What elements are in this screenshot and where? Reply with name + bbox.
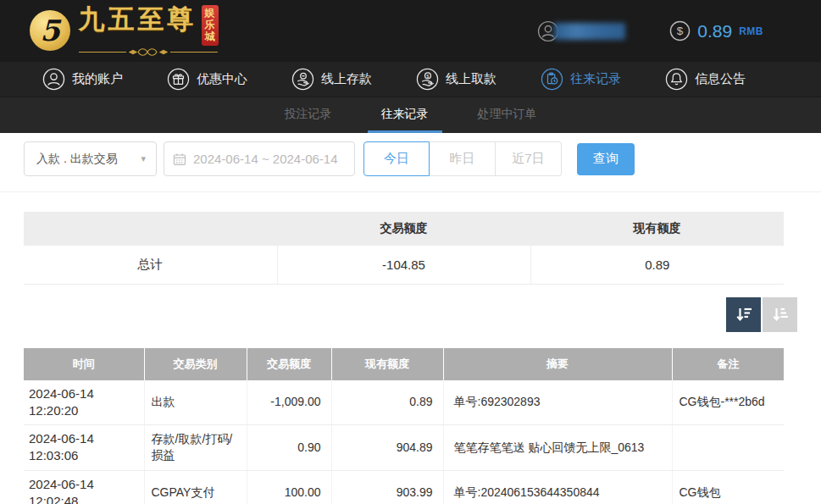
date-range-input[interactable]: 2024-06-14 ~ 2024-06-14: [164, 141, 355, 176]
flourish-ornament-icon: [77, 47, 219, 57]
cell-type: CGPAY支付: [144, 470, 247, 504]
logo-monogram-icon: 5: [30, 10, 70, 51]
tab-pending-orders[interactable]: 处理中订单: [464, 97, 551, 133]
yesterday-button[interactable]: 昨日: [430, 141, 496, 176]
nav-label: 线上存款: [321, 71, 372, 87]
cell-current-balance: 904.89: [331, 425, 443, 471]
records-table: 时间 交易类别 交易额度 现有额度 摘要 备注 2024-06-14 12:20…: [24, 348, 784, 504]
withdraw-icon: $: [416, 68, 439, 91]
account-icon: [42, 68, 65, 91]
col-header-time: 时间: [24, 348, 144, 380]
balance-amount: 0.89: [697, 21, 732, 42]
nav-item-promotions[interactable]: 优惠中心: [145, 62, 269, 97]
col-header-transaction-amount: 交易额度: [247, 348, 331, 380]
cell-current-balance: 903.99: [331, 470, 443, 504]
deposit-icon: [291, 68, 314, 91]
col-header-summary: 摘要: [443, 348, 672, 380]
tab-transaction-records[interactable]: 往来记录: [368, 97, 442, 133]
col-header-remark: 备注: [672, 348, 784, 380]
section-divider: [0, 191, 821, 192]
cell-current-balance: 0.89: [331, 380, 443, 425]
cell-type: 存款/取款/打码/损益: [144, 425, 247, 471]
quick-date-buttons: 今日 昨日 近7日: [363, 141, 562, 176]
records-body: 2024-06-14 12:20:20 出款 -1,009.00 0.89 单号…: [24, 380, 784, 504]
brand-name: 九五至尊: [79, 5, 197, 33]
nav-label: 信息公告: [695, 71, 746, 87]
summary-transaction-amount: -104.85: [277, 246, 530, 284]
username-redacted: [554, 23, 625, 40]
summary-header-row: 交易额度 现有额度: [24, 212, 784, 246]
sort-ascending-icon: [770, 304, 790, 324]
cell-remark: CG钱包: [672, 470, 784, 504]
summary-table: 交易额度 现有额度 总计 -104.85 0.89: [24, 212, 784, 285]
cell-summary: 单号:692302893: [443, 380, 672, 425]
filter-row: 入款 . 出款交易 ▾ 2024-06-14 ~ 2024-06-14 今日 昨…: [24, 141, 797, 176]
cell-transaction-amount: 100.00: [247, 470, 331, 504]
col-header-type: 交易类别: [144, 348, 247, 380]
user-account: [537, 20, 625, 42]
cell-summary: 笔笔存笔笔送 贴心回馈无上限_0613: [443, 425, 672, 471]
nav-item-deposit[interactable]: 线上存款: [269, 62, 394, 97]
calendar-icon: [173, 152, 186, 166]
sort-descending-button[interactable]: [726, 297, 761, 332]
top-header: 5 九五至尊 娱乐城: [0, 0, 821, 62]
cell-time: 2024-06-14 12:03:06: [24, 425, 144, 471]
cell-time: 2024-06-14 12:02:48: [24, 470, 144, 504]
balance-display: $ 0.89 RMB: [669, 20, 763, 42]
tab-bet-records[interactable]: 投注记录: [271, 97, 346, 133]
cell-summary: 单号:202406153644350844: [443, 470, 672, 504]
nav-label: 往来记录: [570, 71, 621, 87]
sub-tabs: 投注记录 往来记录 处理中订单: [0, 97, 821, 133]
cell-type: 出款: [144, 380, 247, 425]
date-range-value: 2024-06-14 ~ 2024-06-14: [193, 152, 338, 166]
cell-transaction-amount: -1,009.00: [247, 380, 331, 425]
cell-remark: CG钱包-***2b6d: [672, 380, 784, 425]
col-header-current-balance: 现有额度: [331, 348, 443, 380]
notice-icon: [665, 68, 688, 91]
summary-current-balance: 0.89: [530, 246, 784, 284]
brand-subtitle: 娱乐城: [202, 5, 219, 45]
chevron-down-icon: ▾: [141, 153, 146, 164]
sort-ascending-button[interactable]: [763, 297, 797, 332]
cell-remark: [672, 425, 784, 471]
select-value: 入款 . 出款交易: [36, 152, 118, 167]
nav-item-my-account[interactable]: 我的账户: [20, 62, 145, 97]
nav-label: 优惠中心: [197, 71, 247, 87]
nav-item-transaction-records[interactable]: 往来记录: [519, 62, 643, 97]
nav-item-announcements[interactable]: 信息公告: [643, 62, 768, 97]
search-button[interactable]: 查询: [577, 143, 635, 175]
cell-transaction-amount: 0.90: [247, 425, 331, 471]
balance-currency: RMB: [739, 25, 763, 37]
svg-text:$: $: [677, 25, 684, 37]
summary-total-row: 总计 -104.85 0.89: [24, 246, 784, 284]
sort-descending-icon: [734, 304, 754, 324]
summary-header-current-balance: 现有额度: [530, 212, 784, 246]
nav-label: 我的账户: [72, 71, 123, 87]
summary-total-label: 总计: [24, 246, 277, 284]
today-button[interactable]: 今日: [363, 141, 430, 176]
nav-item-withdraw[interactable]: $ 线上取款: [394, 62, 519, 97]
last7days-button[interactable]: 近7日: [496, 141, 562, 176]
records-header-row: 时间 交易类别 交易额度 现有额度 摘要 备注: [24, 348, 784, 380]
transaction-type-select[interactable]: 入款 . 出款交易 ▾: [24, 141, 157, 176]
summary-header-empty: [24, 212, 277, 246]
table-row: 2024-06-14 12:02:48 CGPAY支付 100.00 903.9…: [24, 470, 784, 504]
nav-label: 线上取款: [446, 71, 496, 87]
cell-time: 2024-06-14 12:20:20: [24, 380, 144, 425]
promo-icon: [167, 68, 190, 91]
sort-controls: [24, 297, 797, 332]
summary-header-transaction-amount: 交易额度: [277, 212, 530, 246]
main-nav: 我的账户 优惠中心 线上存款 $: [0, 62, 821, 97]
table-row: 2024-06-14 12:03:06 存款/取款/打码/损益 0.90 904…: [24, 425, 784, 471]
dollar-coin-icon: $: [669, 20, 691, 42]
table-row: 2024-06-14 12:20:20 出款 -1,009.00 0.89 单号…: [24, 380, 784, 425]
site-logo[interactable]: 5 九五至尊 娱乐城: [30, 5, 219, 56]
records-icon: [541, 68, 563, 91]
